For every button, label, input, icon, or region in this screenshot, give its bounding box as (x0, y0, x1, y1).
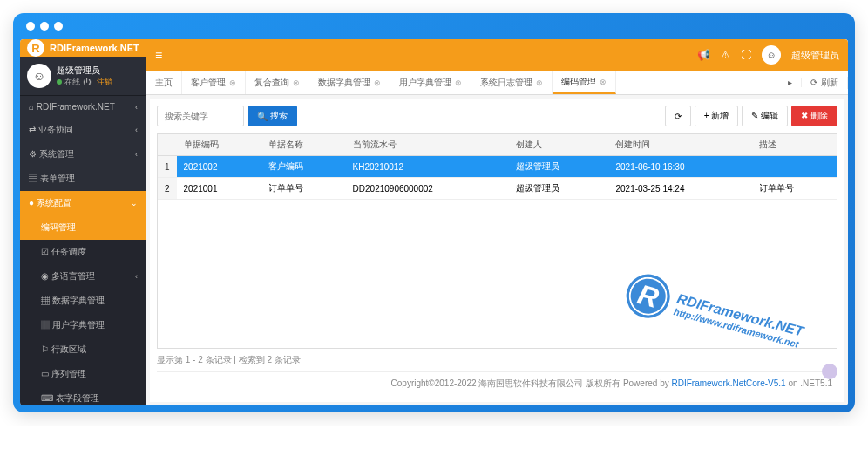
col-creator[interactable]: 创建人 (509, 134, 608, 156)
tab-syslog[interactable]: 系统日志管理⊗ (471, 71, 553, 94)
user-status: 在线 ⏻ 注销 (57, 77, 139, 88)
close-icon[interactable]: ⊗ (455, 78, 462, 87)
browser-dot (26, 22, 35, 31)
tab-refresh[interactable]: ⟳ 刷新 (802, 77, 848, 89)
close-icon[interactable]: ⊗ (536, 78, 543, 87)
topbar-avatar-icon[interactable]: ☺ (762, 45, 781, 65)
logout-link[interactable]: 注销 (97, 77, 112, 88)
data-table: 单据编码 单据名称 当前流水号 创建人 创建时间 描述 1 20 (157, 133, 837, 349)
browser-frame: R RDIFramework.NET ☺ 超级管理员 在线 ⏻ 注销 ⌂ RDI… (13, 13, 855, 412)
table-footer: 显示第 1 - 2 条记录 | 检索到 2 条记录 (157, 349, 837, 371)
close-icon[interactable]: ⊗ (293, 78, 300, 87)
copyright: Copyright©2012-2022 海南国思软件科技有限公司 版权所有 Po… (157, 371, 837, 395)
nav-sub-task[interactable]: ☑ 任务调度 (20, 240, 146, 264)
add-button[interactable]: + 新增 (695, 106, 739, 126)
tab-userdict[interactable]: 用户字典管理⊗ (390, 71, 471, 94)
table-header-row: 单据编码 单据名称 当前流水号 创建人 创建时间 描述 (158, 134, 837, 156)
nav-item-system[interactable]: ⚙ 系统管理‹ (20, 142, 146, 167)
edit-button[interactable]: ✎ 编辑 (742, 106, 788, 126)
warning-icon[interactable]: ⚠ (721, 49, 730, 61)
hamburger-icon[interactable]: ≡ (155, 48, 162, 62)
tab-home[interactable]: 主页 (146, 71, 182, 94)
topbar: ≡ 📢 ⚠ ⛶ ☺ 超级管理员 (146, 39, 848, 71)
tab-encoding[interactable]: 编码管理⊗ (553, 71, 616, 94)
chevron-left-icon: ‹ (135, 150, 138, 159)
logo-area[interactable]: R RDIFramework.NET (20, 39, 146, 57)
main-area: ≡ 📢 ⚠ ⛶ ☺ 超级管理员 主页 客户管理⊗ 复合查询⊗ 数据字典管理⊗ 用… (146, 39, 848, 405)
search-input[interactable] (157, 106, 244, 126)
chevron-left-icon: ‹ (135, 103, 138, 112)
tab-next-icon[interactable]: ▸ (779, 78, 802, 87)
tab-customer[interactable]: 客户管理⊗ (182, 71, 246, 94)
nav-sub-encoding[interactable]: 编码管理 (20, 215, 146, 240)
close-icon[interactable]: ⊗ (374, 78, 381, 87)
logo-icon: R (27, 39, 44, 57)
col-code[interactable]: 单据编码 (177, 134, 261, 156)
nav-item-business[interactable]: ⇄ 业务协同‹ (20, 118, 146, 142)
toolbar: 🔍 搜索 ⟳ + 新增 ✎ 编辑 ✖ 删除 (157, 106, 837, 126)
tab-datadict[interactable]: 数据字典管理⊗ (309, 71, 390, 94)
brand-text: RDIFramework.NET (50, 43, 139, 53)
nav-item-config[interactable]: ● 系统配置⌄ (20, 191, 146, 215)
tab-compound[interactable]: 复合查询⊗ (246, 71, 309, 94)
col-desc[interactable]: 描述 (752, 134, 837, 156)
announce-icon[interactable]: 📢 (697, 49, 710, 61)
nav-sub-userdict[interactable]: ▥ 用户字典管理 (20, 313, 146, 337)
nav-item-framework[interactable]: ⌂ RDIFramework.NET‹ (20, 96, 146, 118)
fullscreen-icon[interactable]: ⛶ (741, 49, 751, 61)
col-name[interactable]: 单据名称 (261, 134, 346, 156)
delete-button[interactable]: ✖ 删除 (791, 106, 837, 126)
col-idx (158, 134, 177, 156)
refresh-button[interactable]: ⟳ (665, 106, 691, 126)
nav-sub-seq[interactable]: ▭ 序列管理 (20, 362, 146, 386)
sidebar: R RDIFramework.NET ☺ 超级管理员 在线 ⏻ 注销 ⌂ RDI… (20, 39, 146, 405)
topbar-username[interactable]: 超级管理员 (791, 49, 839, 62)
search-button[interactable]: 🔍 搜索 (248, 106, 297, 126)
nav-sub-lang[interactable]: ◉ 多语言管理‹ (20, 264, 146, 289)
chevron-left-icon: ‹ (135, 272, 138, 281)
col-serial[interactable]: 当前流水号 (346, 134, 510, 156)
close-icon[interactable]: ⊗ (229, 78, 236, 87)
content-panel: 🔍 搜索 ⟳ + 新增 ✎ 编辑 ✖ 删除 单据编码 (150, 99, 844, 402)
sidebar-user: ☺ 超级管理员 在线 ⏻ 注销 (20, 57, 146, 96)
chevron-down-icon: ⌄ (131, 199, 138, 208)
floating-user-icon[interactable] (822, 364, 837, 379)
nav-sub-dict[interactable]: ▦ 数据字典管理 (20, 289, 146, 313)
browser-dot (54, 22, 63, 31)
browser-dot (40, 22, 49, 31)
col-time[interactable]: 创建时间 (608, 134, 752, 156)
browser-titlebar (13, 13, 855, 39)
user-name: 超级管理员 (57, 65, 139, 77)
app-window: R RDIFramework.NET ☺ 超级管理员 在线 ⏻ 注销 ⌂ RDI… (20, 39, 848, 405)
table-row[interactable]: 1 2021002 客户编码 KH20210012 超级管理员 2021-06-… (158, 156, 837, 178)
close-icon[interactable]: ⊗ (600, 78, 607, 86)
table-row[interactable]: 2 2021001 订单单号 DD20210906000002 超级管理员 20… (158, 178, 837, 200)
nav-sub-region[interactable]: ⚐ 行政区域 (20, 337, 146, 362)
nav-item-form[interactable]: ▤ 表单管理 (20, 167, 146, 191)
status-dot-icon (57, 79, 62, 85)
powered-link[interactable]: RDIFramework.NetCore-V5.1 (671, 378, 785, 388)
nav-sub-field[interactable]: ⌨ 表字段管理 (20, 386, 146, 405)
power-icon: ⏻ (83, 78, 91, 86)
tabs-bar: 主页 客户管理⊗ 复合查询⊗ 数据字典管理⊗ 用户字典管理⊗ 系统日志管理⊗ 编… (146, 71, 848, 95)
avatar-icon[interactable]: ☺ (27, 64, 51, 88)
chevron-left-icon: ‹ (135, 126, 138, 134)
